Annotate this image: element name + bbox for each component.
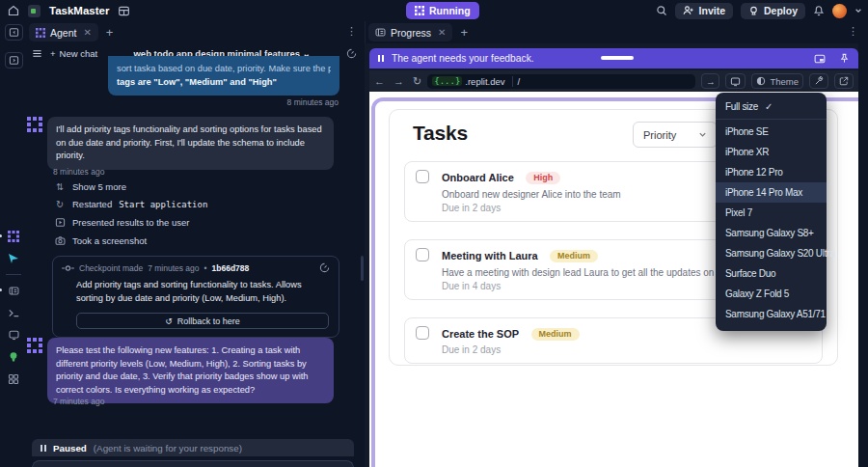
notifications-bell-icon[interactable] xyxy=(813,5,825,16)
menu-item-device[interactable]: iPhone SE xyxy=(716,122,827,142)
menu-item-device[interactable]: Samsung Galaxy A51/71 xyxy=(716,304,827,324)
chevron-down-icon xyxy=(698,130,707,139)
app-icon xyxy=(28,5,41,17)
file-tree-icon xyxy=(9,55,19,66)
new-tab-button[interactable]: + xyxy=(106,25,114,40)
preview-icon xyxy=(375,27,386,38)
checkpoint-description: Add priority tags and sorting functional… xyxy=(76,279,330,305)
plus-icon: + xyxy=(50,48,56,59)
tab-agent[interactable]: Agent ✕ xyxy=(29,23,98,41)
replit-workspace: TaskMaster Running Invite Deploy xyxy=(0,0,868,467)
url-field[interactable]: {...} .replit.dev / xyxy=(427,74,695,89)
monitor-icon xyxy=(730,76,741,87)
devtools-wrench-icon[interactable] xyxy=(809,73,828,89)
deploy-icon xyxy=(748,6,759,16)
chat-input[interactable] xyxy=(32,460,354,467)
show-more-row[interactable]: ⇅Show 5 more xyxy=(54,181,126,192)
panel-icon xyxy=(9,27,19,38)
sidebar-shell-icon[interactable] xyxy=(6,306,21,319)
picture-in-picture-icon[interactable] xyxy=(814,53,826,65)
menu-item-device[interactable]: iPhone 12 Pro xyxy=(716,162,827,182)
tab-progress[interactable]: Progress ✕ xyxy=(368,23,452,41)
back-icon[interactable]: ← xyxy=(374,75,385,87)
close-tab-icon[interactable]: ✕ xyxy=(438,27,446,38)
running-icon xyxy=(415,6,424,15)
progress-indicator xyxy=(601,56,634,60)
top-bar: TaskMaster Running Invite Deploy xyxy=(0,0,868,21)
pause-icon xyxy=(41,445,46,452)
sidebar-apps-icon[interactable] xyxy=(6,372,21,386)
app-window-icon[interactable] xyxy=(118,5,130,17)
paused-status-bar: Paused (Agent is waiting for your respon… xyxy=(32,439,354,456)
priority-badge: Medium xyxy=(531,328,580,341)
sidebar-agent-icon[interactable] xyxy=(6,230,21,243)
menu-item-device[interactable]: iPhone XR xyxy=(716,142,827,162)
menu-item-device[interactable]: Surface Duo xyxy=(716,263,827,284)
task-checkbox[interactable] xyxy=(416,326,429,340)
rollback-button[interactable]: ↺Rollback to here xyxy=(76,313,329,329)
pane-menu-icon[interactable]: ⋮ xyxy=(848,25,858,38)
chat-scrollbar[interactable] xyxy=(361,256,364,281)
menu-item-device[interactable]: Samsung Galaxy S8+ xyxy=(716,223,827,243)
person-plus-icon xyxy=(683,5,694,16)
tool-sidebar xyxy=(0,43,27,467)
go-button[interactable]: → xyxy=(701,73,720,89)
menu-divider xyxy=(716,119,827,120)
history-gauge-icon[interactable] xyxy=(346,48,357,59)
url-host: .replit.dev xyxy=(465,76,504,87)
banner-text: The agent needs your feedback. xyxy=(392,53,534,64)
restart-icon: ↻ xyxy=(54,199,66,209)
invite-button[interactable]: Invite xyxy=(675,3,733,19)
menu-item-device[interactable]: Pixel 7 xyxy=(716,203,827,223)
menu-item-device[interactable]: Galaxy Z Fold 5 xyxy=(716,284,827,304)
url-bar: ← → ↻ {...} .replit.dev / → Theme xyxy=(369,70,858,92)
new-chat-button[interactable]: +New chat xyxy=(50,48,97,59)
agent-chat-pane: +New chat web todo app design minimal fe… xyxy=(27,43,365,467)
close-tab-icon[interactable]: ✕ xyxy=(83,27,91,38)
sidebar-toggle-button[interactable] xyxy=(5,24,23,41)
history-gauge-icon[interactable] xyxy=(319,262,330,273)
search-icon[interactable] xyxy=(656,5,667,16)
sidebar-assistant-icon[interactable] xyxy=(6,252,21,265)
agent-message-timestamp: 8 minutes ago xyxy=(53,167,104,177)
task-checkbox[interactable] xyxy=(416,170,429,183)
sort-priority-select[interactable]: Priority xyxy=(633,122,718,148)
file-tree-toggle[interactable] xyxy=(5,52,23,69)
screenshot-row: Took a screenshot xyxy=(54,235,147,246)
up-down-arrows-icon: ⇅ xyxy=(54,181,66,192)
menu-item-device[interactable]: iPhone 14 Pro Max xyxy=(716,182,827,203)
checkpoint-card: Checkpoint made 7 minutes ago • 1b66d788… xyxy=(52,256,339,338)
device-toolbar-button[interactable] xyxy=(725,73,746,89)
hamburger-menu-icon[interactable] xyxy=(32,48,42,59)
theme-button[interactable]: Theme xyxy=(751,73,803,89)
open-external-icon[interactable] xyxy=(834,73,854,89)
priority-badge: High xyxy=(526,172,560,184)
forward-icon[interactable]: → xyxy=(393,75,404,87)
sidebar-preview-icon[interactable] xyxy=(6,284,21,297)
new-tab-button[interactable]: + xyxy=(460,25,468,40)
sidebar-database-icon[interactable] xyxy=(6,350,21,364)
feedback-banner: The agent needs your feedback. xyxy=(369,48,858,69)
user-message: sort taska based on due date, priority. … xyxy=(108,56,339,96)
checkpoint-hash: 1b66d788 xyxy=(212,263,250,273)
url-host-badge: {...} xyxy=(432,76,462,86)
agent-message: Please test the following new features: … xyxy=(47,338,334,403)
user-avatar[interactable] xyxy=(832,4,847,18)
url-path: / xyxy=(512,76,521,87)
menu-item-full-size[interactable]: Full size ✓ xyxy=(716,96,827,117)
running-button[interactable]: Running xyxy=(406,2,479,19)
sidebar-divider xyxy=(6,274,21,275)
chevron-down-icon[interactable] xyxy=(854,7,862,14)
left-tab-bar: Agent ✕ + ⋮ xyxy=(0,21,365,43)
menu-item-device[interactable]: Samsung Galaxy S20 Ultra xyxy=(716,243,827,263)
check-icon: ✓ xyxy=(765,101,773,112)
right-tab-bar: Progress ✕ + ⋮ xyxy=(365,21,868,43)
pane-menu-icon[interactable]: ⋮ xyxy=(346,25,357,38)
sidebar-console-icon[interactable] xyxy=(6,328,21,342)
deploy-button[interactable]: Deploy xyxy=(741,3,805,19)
task-checkbox[interactable] xyxy=(416,248,429,261)
camera-icon xyxy=(54,235,66,246)
home-icon[interactable] xyxy=(8,5,19,16)
refresh-icon[interactable]: ↻ xyxy=(413,75,421,88)
pin-icon[interactable] xyxy=(839,53,850,65)
